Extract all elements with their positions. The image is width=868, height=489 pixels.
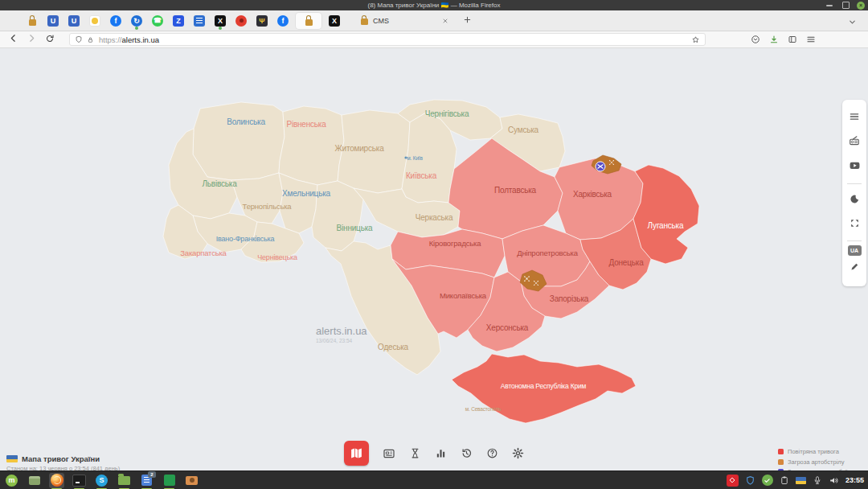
pinned-tab[interactable]	[24, 13, 40, 29]
taskbar-file-manager[interactable]	[117, 473, 132, 488]
mint-menu-button[interactable]: m	[4, 473, 19, 488]
sidebar-icon[interactable]	[788, 35, 797, 44]
tracking-shield-icon[interactable]	[75, 35, 83, 43]
tab-favicon-icon	[27, 15, 38, 27]
pinned-tab[interactable]: ↻	[129, 13, 145, 29]
reload-button[interactable]	[45, 32, 55, 47]
sync-tray-icon[interactable]	[727, 475, 739, 487]
language-badge[interactable]: UA	[848, 245, 862, 256]
pocket-icon[interactable]	[751, 35, 760, 44]
taskbar-terminal[interactable]	[72, 473, 87, 488]
region-label-donetska: Донецька	[608, 258, 644, 267]
back-button[interactable]	[8, 32, 18, 47]
pinned-tab[interactable]: f	[108, 13, 124, 29]
clock[interactable]: 23:55	[845, 476, 864, 484]
tab-overflow-chevron-icon[interactable]	[848, 15, 857, 30]
lock-favicon-icon	[358, 15, 368, 26]
region-label-kharkivska: Харківська	[573, 190, 612, 199]
bookmark-star-icon[interactable]	[691, 35, 700, 44]
bottom-toolbar	[344, 441, 524, 466]
dark-mode-moon-icon[interactable]	[850, 193, 860, 208]
pinned-tab[interactable]	[233, 13, 249, 29]
minimize-button[interactable]	[825, 1, 834, 10]
region-label-zhytomyrska: Житомирська	[334, 144, 384, 153]
news-button[interactable]	[383, 447, 395, 460]
pinned-tab[interactable]: X	[212, 13, 228, 29]
pinned-tab[interactable]: U	[45, 13, 61, 29]
watermark-timestamp: 13/06/24, 23:54	[316, 338, 367, 343]
tab-favicon-icon	[89, 15, 100, 27]
radio-icon[interactable]	[849, 135, 860, 150]
region-label-ivano_frankivska: Івано-Франківська	[216, 235, 275, 243]
statistics-button[interactable]	[435, 447, 447, 459]
settings-gear-button[interactable]	[512, 447, 524, 459]
tab-favicon-icon: Ψ	[256, 15, 268, 27]
legend-swatch	[778, 459, 784, 465]
unread-dot	[135, 27, 138, 30]
region-label-odeska: Одеська	[378, 343, 409, 351]
forward-button[interactable]	[27, 32, 37, 47]
ukraine-flag-icon	[6, 455, 18, 462]
microphone-icon[interactable]	[813, 475, 822, 485]
lock-icon	[87, 36, 94, 43]
close-button[interactable]: ×	[857, 2, 865, 10]
pinned-tab[interactable]	[87, 13, 103, 29]
keyboard-layout-flag-icon[interactable]	[796, 477, 806, 484]
desktop: (8) Мапа тривог України 🇺🇦 — Mozilla Fir…	[0, 0, 868, 489]
url-bar[interactable]: https://alerts.in.ua	[69, 33, 706, 46]
tab-favicon-icon: X	[215, 15, 226, 27]
volume-icon[interactable]	[829, 475, 839, 486]
taskbar-firefox[interactable]	[49, 473, 64, 488]
firewall-shield-icon[interactable]	[745, 475, 755, 486]
pinned-tab[interactable]: f	[275, 13, 291, 29]
tab-favicon-icon: f	[110, 15, 121, 27]
taskbar-screenshot[interactable]	[184, 473, 199, 488]
app-menu-icon[interactable]	[806, 35, 816, 44]
taskbar-spreadsheet[interactable]	[162, 473, 177, 488]
taskbar-skype[interactable]: S	[94, 473, 109, 488]
pinned-tab[interactable]: U	[66, 13, 82, 29]
duration-hourglass-button[interactable]	[409, 447, 421, 459]
history-button[interactable]	[461, 447, 473, 459]
region-label-poltavska: Полтавська	[494, 186, 537, 195]
tab-favicon-icon: X	[329, 15, 340, 27]
pinned-tab[interactable]	[296, 13, 321, 29]
region-label-luhanska: Луганська	[648, 221, 684, 230]
region-label-vinnytska: Вінницька	[337, 224, 373, 232]
tab-cms[interactable]: CMS	[354, 12, 453, 30]
pinned-tab[interactable]: X	[326, 13, 342, 29]
pinned-tab[interactable]: Z	[170, 13, 186, 29]
region-label-mykolaivska: Миколаївська	[440, 291, 487, 300]
new-tab-button[interactable]	[461, 13, 473, 28]
ukraine-alert-map[interactable]: ВолинськаРівненськаЖитомирськаЧернігівсь…	[0, 48, 868, 471]
documents-badge: 2	[148, 471, 156, 478]
region-luhanska[interactable]	[633, 165, 699, 264]
map-view-button[interactable]	[344, 441, 369, 466]
pinned-tab[interactable]: Ψ	[254, 13, 270, 29]
youtube-icon[interactable]	[849, 159, 861, 175]
taskbar-documents[interactable]: 2	[139, 473, 154, 488]
region-label-ternopilska: Тернопільська	[243, 202, 293, 211]
pinned-tab[interactable]: ☎	[149, 13, 166, 29]
pinned-tab[interactable]	[191, 13, 207, 29]
legend-label: Повітряна тривога	[788, 448, 839, 455]
tab-close-icon[interactable]	[442, 18, 448, 24]
edit-pencil-icon[interactable]	[850, 261, 860, 275]
side-toolbar: UA	[842, 100, 866, 286]
clipboard-tray-icon[interactable]	[780, 475, 789, 485]
watermark-site: alerts.in.ua	[316, 325, 367, 337]
fullscreen-icon[interactable]	[850, 217, 860, 232]
region-volynska[interactable]	[193, 102, 285, 180]
region-label-rivnenska: Рівненська	[286, 120, 326, 129]
maximize-button[interactable]	[841, 1, 850, 10]
help-button[interactable]	[486, 447, 498, 459]
show-desktop-button[interactable]	[27, 473, 42, 488]
legend-swatch	[778, 449, 784, 454]
region-label-kyiv_city: м. Київ	[407, 155, 423, 161]
tab-favicon-icon	[194, 15, 205, 27]
menu-icon[interactable]	[849, 111, 860, 125]
url-protocol: https://	[99, 35, 122, 44]
update-ok-icon[interactable]	[762, 475, 773, 486]
region-label-zaporizka: Запорізька	[550, 294, 589, 303]
downloads-icon[interactable]	[769, 35, 779, 44]
